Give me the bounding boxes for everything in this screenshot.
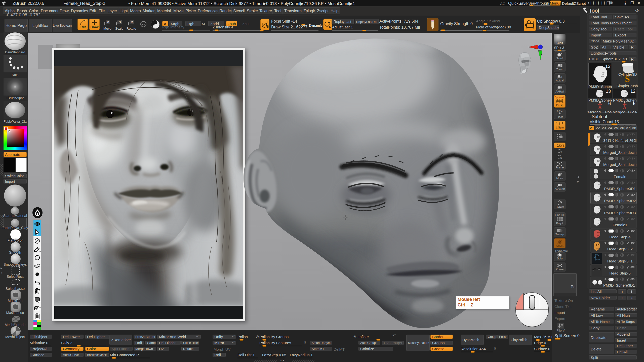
svg-text:Y: Y <box>560 151 562 153</box>
svg-text:D: D <box>329 25 331 29</box>
svg-text:Z: Z <box>560 156 562 159</box>
svg-text:S: S <box>119 20 121 24</box>
svg-text:R: R <box>131 20 133 24</box>
svg-text:S: S <box>625 74 630 84</box>
svg-text:XYZ: XYZ <box>559 144 565 147</box>
svg-text:x1: x1 <box>560 76 562 78</box>
svg-text:M: M <box>107 20 109 24</box>
svg-text:S: S <box>267 25 269 28</box>
